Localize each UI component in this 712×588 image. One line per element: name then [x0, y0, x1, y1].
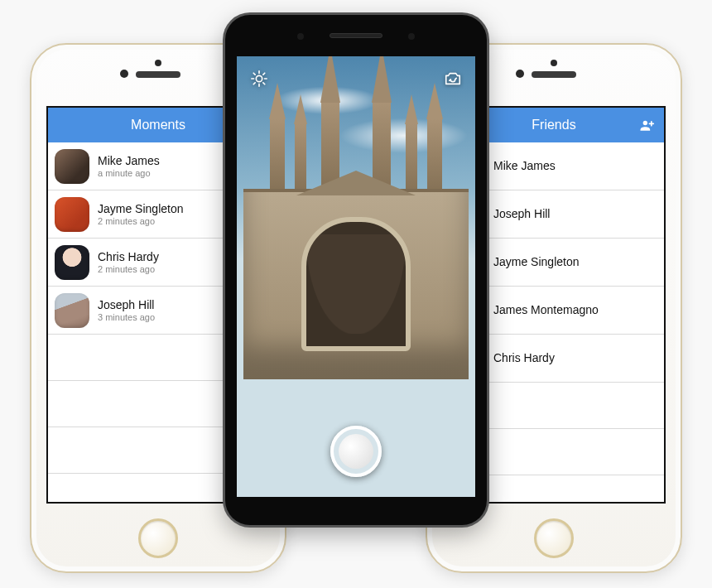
friends-title: Friends [532, 118, 575, 133]
sun-icon[interactable] [248, 68, 270, 89]
camera-switch-icon[interactable] [442, 68, 464, 89]
avatar [55, 293, 89, 328]
front-camera-dot [516, 70, 524, 78]
moment-time: 3 minutes ago [98, 312, 155, 322]
moment-time: a minute ago [98, 168, 160, 178]
sensor-dot [551, 60, 557, 66]
svg-point-3 [256, 75, 262, 81]
earpiece-speaker [136, 71, 180, 78]
avatar [55, 197, 89, 232]
friend-name: Joseph Hill [493, 207, 550, 221]
home-button[interactable] [534, 518, 574, 558]
friend-name: James Montemagno [493, 303, 599, 317]
shutter-button[interactable] [330, 426, 382, 477]
add-friend-icon[interactable] [637, 116, 656, 134]
moment-name: Mike James [98, 154, 160, 168]
front-camera-dot [120, 70, 128, 78]
moment-time: 2 minutes ago [98, 264, 159, 274]
avatar [55, 245, 89, 280]
android-camera-phone [225, 15, 487, 525]
photo-building [243, 189, 469, 379]
moment-name: Joseph Hill [98, 298, 155, 312]
earpiece-speaker [330, 33, 382, 38]
moment-name: Jayme Singleton [98, 202, 184, 216]
friend-name: Mike James [493, 159, 556, 173]
avatar [55, 149, 89, 184]
home-button[interactable] [138, 518, 178, 558]
sensor-dot [155, 60, 161, 66]
earpiece-speaker [532, 71, 576, 78]
moment-time: 2 minutes ago [98, 216, 184, 226]
friend-name: Chris Hardy [493, 351, 555, 365]
moment-name: Chris Hardy [98, 250, 159, 264]
moments-title: Moments [131, 118, 185, 133]
camera-viewfinder [237, 56, 475, 497]
svg-point-2 [643, 121, 647, 125]
friend-name: Jayme Singleton [493, 255, 580, 269]
